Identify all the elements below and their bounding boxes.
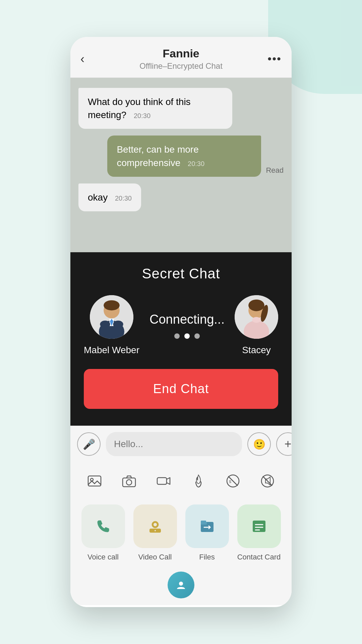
header-title-area: Fannie Offline–Encrypted Chat — [97, 47, 265, 71]
chat-status: Offline–Encrypted Chat — [97, 61, 265, 71]
media-toolbar: s — [70, 462, 292, 501]
dot-1 — [174, 333, 180, 339]
sent-message: Better, can be more comprehensive 20:30 — [107, 136, 261, 176]
message-text: okay — [88, 192, 108, 203]
files-button[interactable]: Files — [185, 504, 229, 561]
emoji-icon: 🙂 — [253, 438, 265, 450]
contact-name: Fannie — [97, 47, 265, 60]
user2-info: Stacey — [235, 295, 278, 356]
end-chat-button[interactable]: End Chat — [84, 369, 278, 409]
add-button[interactable]: + — [276, 432, 292, 456]
svg-line-23 — [263, 476, 272, 486]
dot-2 — [184, 333, 190, 339]
add-icon: + — [284, 437, 291, 451]
files-icon-box — [185, 504, 229, 548]
svg-text:s: s — [229, 479, 231, 484]
message-time: 20:30 — [115, 194, 132, 203]
secret-chat-title: Secret Chat — [84, 266, 278, 282]
user2-name: Stacey — [242, 345, 271, 356]
secret-chat-panel: Secret Chat — [70, 252, 292, 426]
read-receipt: Read — [266, 166, 284, 175]
camera-icon[interactable] — [116, 468, 142, 494]
message-row: okay 20:30 — [78, 183, 284, 211]
voice-call-label: Voice call — [87, 553, 119, 561]
mic-icon: 🎤 — [83, 438, 95, 450]
message-text: Better, can be more comprehensive — [117, 144, 198, 168]
message-row: What do you think of this meeting? 20:30 — [78, 88, 284, 129]
svg-point-25 — [154, 523, 157, 526]
fire-icon[interactable] — [185, 468, 212, 494]
bottom-icon[interactable] — [168, 572, 194, 598]
video-camera-icon[interactable] — [150, 468, 177, 494]
user1-info: Mabel Weber — [84, 295, 139, 356]
emoji-button[interactable]: 🙂 — [247, 432, 271, 456]
connecting-dots — [174, 333, 200, 339]
svg-point-6 — [100, 321, 110, 328]
svg-point-2 — [104, 300, 120, 310]
bottom-area — [70, 568, 292, 605]
shot-icon[interactable]: s — [220, 468, 246, 494]
mute-icon[interactable] — [254, 468, 281, 494]
image-icon[interactable] — [81, 468, 108, 494]
message-row: Read Better, can be more comprehensive 2… — [78, 136, 284, 176]
dot-3 — [194, 333, 200, 339]
svg-rect-14 — [88, 476, 101, 486]
svg-point-13 — [252, 317, 261, 323]
svg-point-10 — [248, 300, 264, 311]
contact-card-label: Contact Card — [237, 553, 281, 561]
message-time: 20:30 — [134, 111, 150, 120]
video-call-icon-box — [133, 504, 177, 548]
message-input[interactable] — [106, 432, 242, 456]
secret-chat-users: Mabel Weber Connecting... — [84, 295, 278, 356]
chat-messages: What do you think of this meeting? 20:30… — [70, 78, 292, 252]
svg-rect-30 — [201, 521, 206, 523]
chat-header: ‹ Fannie Offline–Encrypted Chat ••• — [70, 37, 292, 78]
connecting-text: Connecting... — [149, 312, 225, 327]
user1-avatar — [90, 295, 133, 339]
message-time: 20:30 — [188, 159, 204, 168]
back-button[interactable]: ‹ — [80, 52, 97, 66]
connecting-area: Connecting... — [149, 312, 225, 339]
received-message: What do you think of this meeting? 20:30 — [78, 88, 232, 129]
action-buttons-row: Voice call Video Call — [70, 501, 292, 568]
svg-point-27 — [155, 530, 156, 531]
received-message: okay 20:30 — [78, 183, 141, 211]
contact-card-button[interactable]: Contact Card — [237, 504, 281, 561]
video-call-button[interactable]: Video Call — [133, 504, 177, 561]
svg-point-17 — [126, 480, 132, 485]
message-input-area: 🎤 🙂 + — [70, 426, 292, 462]
phone-frame: ‹ Fannie Offline–Encrypted Chat ••• What… — [70, 37, 292, 607]
video-call-label: Video Call — [138, 553, 172, 561]
voice-call-button[interactable]: Voice call — [81, 504, 125, 561]
mic-button[interactable]: 🎤 — [77, 432, 101, 456]
contact-card-icon-box — [237, 504, 281, 548]
more-options-button[interactable]: ••• — [265, 52, 282, 65]
svg-point-7 — [113, 321, 123, 328]
user2-avatar — [235, 295, 278, 339]
files-label: Files — [199, 553, 215, 561]
svg-point-35 — [179, 582, 183, 586]
user1-name: Mabel Weber — [84, 345, 139, 356]
svg-rect-18 — [157, 478, 167, 484]
voice-call-icon-box — [81, 504, 125, 548]
